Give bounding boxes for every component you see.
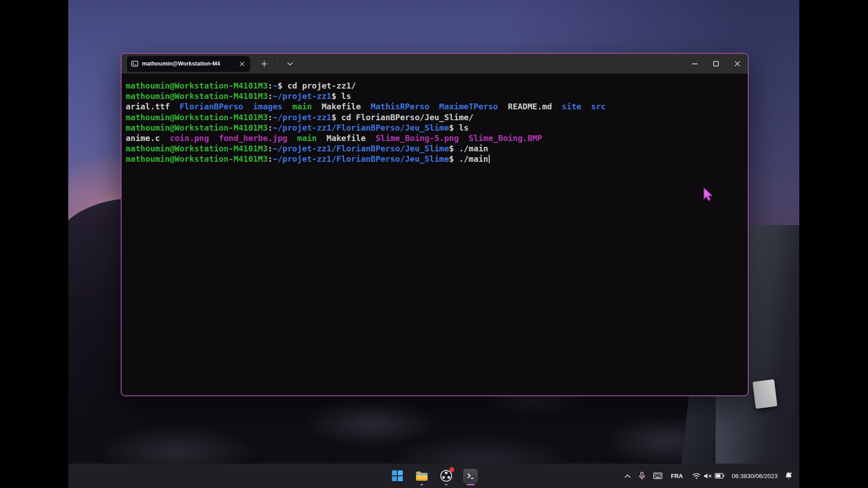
terminal-text-segment: coin.png [160,133,209,143]
running-indicator [445,484,448,485]
active-app-indicator [467,484,475,485]
taskbar-center-icons [387,465,481,486]
network-volume-battery-button[interactable] [689,467,727,485]
terminal-text-segment: : [268,123,273,132]
terminal-cursor [489,155,490,163]
minimize-button[interactable] [684,54,705,74]
terminal-text-segment: Slime_Boing-5.png [366,133,459,143]
terminal-text-segment: README.md [498,102,552,111]
terminal-output[interactable]: mathoumin@Workstation-M4101M3:~$ cd proj… [122,74,748,164]
terminal-text-segment: : [268,81,273,90]
obs-recording-badge [449,467,454,472]
terminal-text-segment: mathoumin@Workstation-M4101M3 [126,91,268,101]
terminal-text-segment: src [581,102,606,111]
maximize-button[interactable] [705,54,726,74]
terminal-text-segment: mathoumin@Workstation-M4101M3 [126,144,268,153]
wallpaper-rocks [602,416,728,465]
system-tray: FRA 06:38 30/06/2023 [622,464,795,488]
terminal-line: mathoumin@Workstation-M4101M3:~/projet-z… [126,122,744,133]
terminal-text-segment: $ cd FlorianBPerso/Jeu_Slime/ [331,113,473,122]
terminal-text-segment: mathoumin@Workstation-M4101M3 [126,123,268,132]
terminal-text-segment: ~/projet-zz1/FlorianBPerso/Jeu_Slime [273,123,449,132]
file-explorer-button[interactable] [412,465,432,486]
terminal-line: mathoumin@Workstation-M4101M3:~/projet-z… [126,143,744,154]
new-tab-button[interactable] [257,58,271,70]
terminal-text-segment: main [283,102,312,111]
terminal-titlebar[interactable]: mathoumin@Workstation-M4 [122,54,748,74]
taskbar: FRA 06:38 30/06/2023 [68,464,799,488]
terminal-text-segment: : [268,154,273,164]
terminal-text-segment: ~/projet-zz1 [273,113,331,122]
window-controls [684,54,748,74]
keyboard-icon [653,473,662,479]
terminal-text-segment: mathoumin@Workstation-M4101M3 [126,154,268,164]
microphone-icon [638,472,646,480]
clock[interactable]: 06:38 30/06/2023 [730,467,779,485]
terminal-text-segment: ~ [273,81,278,90]
terminal-line: anime.c coin.png fond_herbe.jpg main Mak… [126,133,744,143]
terminal-text-segment: $ ./main [449,154,488,164]
tabbar-separator [277,60,278,68]
running-indicator [420,484,423,485]
tray-time: 06:38 [732,472,747,480]
cursor-arrow-icon [703,188,715,201]
terminal-text-segment: site [552,102,581,111]
chevron-up-icon [624,474,631,478]
terminal-text-segment: MathisRPerso [361,102,429,111]
terminal-text-segment: mathoumin@Workstation-M4101M3 [126,113,268,122]
terminal-text-segment: Slime_Boing.BMP [459,133,542,143]
bell-icon [785,472,793,480]
terminal-text-segment: FlorianBPerso [170,102,244,111]
file-explorer-icon [415,470,428,482]
terminal-text-segment: ~/projet-zz1 [273,91,331,101]
terminal-text-segment: fond_herbe.jpg [209,133,287,143]
terminal-line: mathoumin@Workstation-M4101M3:~$ cd proj… [126,80,744,91]
windows-terminal-button[interactable] [461,465,481,486]
terminal-line: arial.ttf FlorianBPerso images main Make… [126,101,744,112]
terminal-text-segment: anime.c [126,133,160,143]
desktop: mathoumin@Workstation-M4 [68,0,799,488]
terminal-line: mathoumin@Workstation-M4101M3:~/projet-z… [126,91,744,101]
terminal-app-icon [463,469,477,483]
terminal-window: mathoumin@Workstation-M4 [121,53,749,396]
terminal-text-segment: $ ls [331,91,351,101]
terminal-text-segment: main [288,133,317,143]
terminal-line: mathoumin@Workstation-M4101M3:~/projet-z… [126,112,744,122]
terminal-line: mathoumin@Workstation-M4101M3:~/projet-z… [126,154,744,164]
microphone-tray-button[interactable] [636,467,648,485]
wallpaper-rocks [303,398,439,447]
terminal-tab[interactable]: mathoumin@Workstation-M4 [127,56,250,72]
close-button[interactable] [726,54,748,74]
terminal-text-segment: MaximeTPerso [429,102,498,111]
terminal-text-segment: : [268,113,273,122]
windows-logo-icon [392,470,403,482]
volume-muted-icon [703,473,712,479]
terminal-text-segment: arial.ttf [126,102,170,111]
wifi-icon [692,473,701,479]
tab-dropdown-button[interactable] [283,58,297,70]
start-button[interactable] [387,465,407,486]
touch-keyboard-button[interactable] [651,467,665,485]
terminal-text-segment: mathoumin@Workstation-M4101M3 [126,81,268,90]
wallpaper-white-object [753,379,778,408]
terminal-text-segment: Makefile [312,102,361,111]
terminal-text-segment: : [268,91,273,101]
terminal-text-segment: Makefile [317,133,366,143]
terminal-text-segment: $ cd projet-zz1/ [278,81,356,90]
terminal-text-segment: $ ls [449,123,468,132]
mouse-cursor [703,188,715,201]
tray-date: 30/06/2023 [747,472,778,480]
obs-studio-button[interactable] [436,465,456,486]
terminal-text-segment: : [268,144,273,153]
battery-icon [715,473,724,479]
language-indicator[interactable]: FRA [668,467,686,485]
tray-overflow-button[interactable] [622,467,633,485]
notification-center-button[interactable] [783,467,795,485]
tab-close-icon[interactable] [238,60,246,68]
terminal-text-segment: $ ./main [449,144,488,153]
terminal-text-segment: images [243,102,283,111]
terminal-text-segment: ~/projet-zz1/FlorianBPerso/Jeu_Slime [273,144,449,153]
tab-title: mathoumin@Workstation-M4 [142,61,234,67]
terminal-icon [131,60,138,67]
terminal-text-segment: ~/projet-zz1/FlorianBPerso/Jeu_Slime [273,154,449,164]
